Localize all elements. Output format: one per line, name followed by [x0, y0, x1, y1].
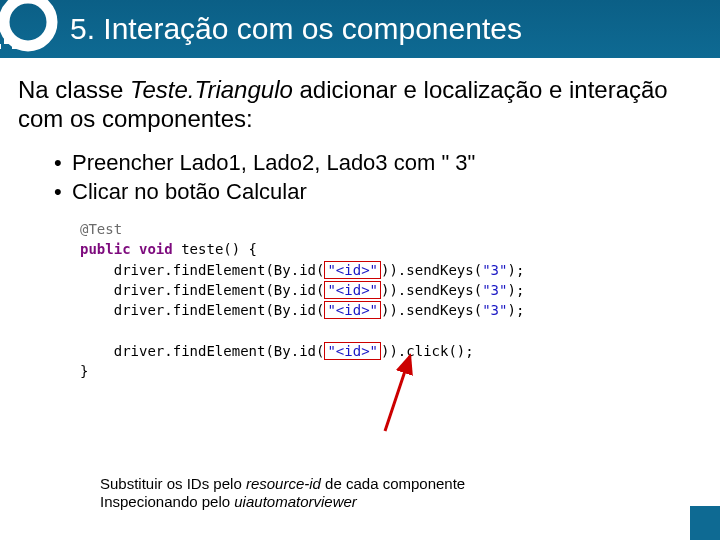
- code-id-placeholder: "<id>": [324, 342, 381, 360]
- note-text: Substituir os IDs pelo: [100, 475, 246, 492]
- svg-rect-2: [4, 38, 10, 44]
- code-call: driver.findElement(By.id(: [114, 282, 325, 298]
- corner-decoration: [690, 506, 720, 540]
- intro-text: Na classe Teste.Triangulo adicionar e lo…: [18, 76, 702, 134]
- note-tool: uiautomatorviewer: [234, 493, 357, 510]
- arrow-icon: [375, 351, 435, 441]
- list-item: Preencher Lado1, Lado2, Lado3 com " 3": [54, 148, 702, 178]
- code-call: driver.findElement(By.id(: [114, 343, 325, 359]
- code-call: driver.findElement(By.id(: [114, 262, 325, 278]
- slide-header: 5. Interação com os componentes: [0, 0, 720, 58]
- note-text: Inspecionando pelo: [100, 493, 234, 510]
- svg-point-0: [4, 0, 52, 46]
- code-brace: }: [80, 363, 88, 379]
- code-id-placeholder: "<id>": [324, 261, 381, 279]
- code-kw-public: public: [80, 241, 131, 257]
- code-id-placeholder: "<id>": [324, 281, 381, 299]
- intro-pre: Na classe: [18, 76, 130, 103]
- title-bar: 5. Interação com os componentes: [0, 0, 720, 58]
- code-send: )).sendKeys(: [381, 302, 482, 318]
- code-annotation: @Test: [80, 221, 122, 237]
- code-end: );: [507, 282, 524, 298]
- code-str: "3": [482, 262, 507, 278]
- svg-rect-3: [12, 44, 17, 49]
- code-call: driver.findElement(By.id(: [114, 302, 325, 318]
- slide-body: Na classe Teste.Triangulo adicionar e lo…: [0, 58, 720, 381]
- intro-classname: Teste.Triangulo: [130, 76, 293, 103]
- note-resource-id: resource-id: [246, 475, 321, 492]
- code-end: );: [507, 302, 524, 318]
- code-id-placeholder: "<id>": [324, 301, 381, 319]
- code-send: )).sendKeys(: [381, 282, 482, 298]
- code-str: "3": [482, 302, 507, 318]
- note-text: de cada componente: [321, 475, 465, 492]
- list-item: Clicar no botão Calcular: [54, 177, 702, 207]
- svg-line-4: [385, 356, 410, 431]
- code-fn: teste() {: [181, 241, 257, 257]
- logo-icon: [0, 0, 66, 68]
- svg-rect-1: [0, 44, 1, 49]
- code-str: "3": [482, 282, 507, 298]
- code-kw-void: void: [139, 241, 173, 257]
- code-end: );: [507, 262, 524, 278]
- code-block: @Test public void teste() { driver.findE…: [80, 219, 702, 381]
- footer-note: Substituir os IDs pelo resource-id de ca…: [100, 475, 465, 513]
- slide-title: 5. Interação com os componentes: [70, 12, 522, 46]
- bullet-list: Preencher Lado1, Lado2, Lado3 com " 3" C…: [54, 148, 702, 207]
- code-send: )).sendKeys(: [381, 262, 482, 278]
